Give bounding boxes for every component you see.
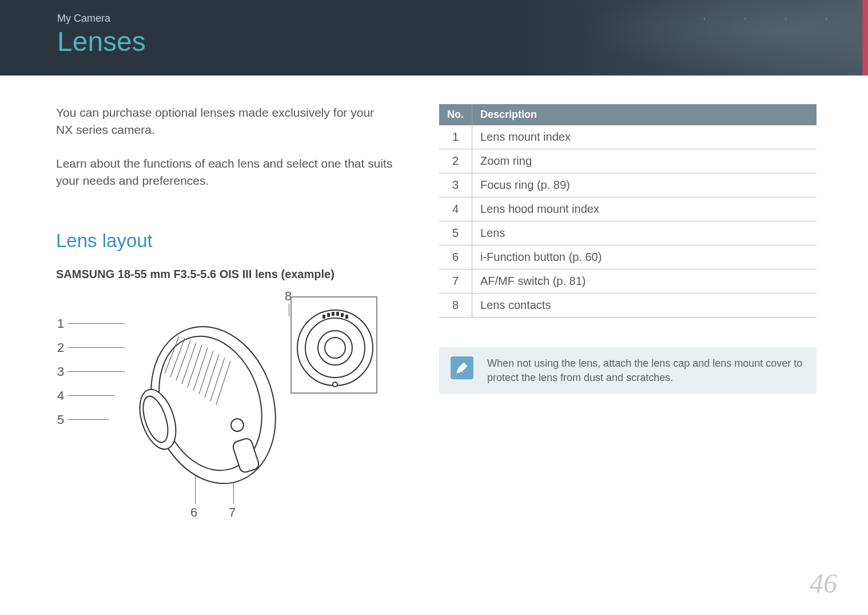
callout-1: 1: [57, 316, 64, 331]
header-band: · · · · My Camera Lenses: [0, 0, 868, 76]
row-no: 6: [439, 245, 472, 269]
pencil-icon: [451, 356, 473, 379]
table-header-desc: Description: [472, 104, 817, 125]
row-desc: i-Function button (p. 60): [472, 245, 817, 269]
row-desc: Lens: [472, 221, 817, 245]
callout-5: 5: [57, 412, 64, 427]
row-desc: AF/MF switch (p. 81): [472, 269, 817, 293]
svg-point-15: [231, 419, 244, 431]
table-row: 3Focus ring (p. 89): [439, 173, 817, 197]
row-no: 4: [439, 197, 472, 221]
callout-line: [289, 304, 289, 316]
row-desc: Lens contacts: [472, 293, 817, 318]
table-row: 4Lens hood mount index: [439, 197, 817, 221]
svg-point-19: [325, 338, 345, 358]
example-label: SAMSUNG 18-55 mm F3.5-5.6 OIS III lens (…: [56, 268, 393, 281]
svg-rect-23: [336, 312, 339, 316]
callout-3: 3: [57, 364, 64, 379]
callout-4: 4: [57, 388, 64, 403]
table-row: 5Lens: [439, 221, 817, 245]
left-column: You can purchase optional lenses made ex…: [56, 104, 393, 522]
section-heading: Lens layout: [56, 230, 393, 252]
row-no: 5: [439, 221, 472, 245]
table-row: 2Zoom ring: [439, 149, 817, 173]
lens-side-illustration: [125, 305, 279, 488]
row-no: 2: [439, 149, 472, 173]
row-no: 8: [439, 293, 472, 318]
table-header-no: No.: [439, 104, 472, 125]
callout-line: [67, 371, 125, 372]
callout-7: 7: [229, 505, 236, 520]
row-desc: Zoom ring: [472, 149, 817, 173]
note-box: When not using the lens, attach the lens…: [439, 347, 817, 394]
callout-6: 6: [190, 505, 197, 520]
callout-line: [67, 347, 125, 348]
table-row: 6i-Function button (p. 60): [439, 245, 817, 269]
svg-rect-22: [332, 312, 335, 316]
row-no: 1: [439, 125, 472, 149]
svg-rect-21: [327, 313, 330, 317]
table-row: 8Lens contacts: [439, 293, 817, 318]
svg-rect-20: [322, 315, 325, 319]
intro-paragraph-1: You can purchase optional lenses made ex…: [56, 104, 393, 139]
svg-point-26: [333, 382, 337, 387]
header-dots-decoration: · · · ·: [703, 11, 845, 25]
intro-paragraph-2: Learn about the functions of each lens a…: [56, 155, 393, 190]
table-row: 1Lens mount index: [439, 125, 817, 149]
callout-2: 2: [57, 340, 64, 355]
callout-line: [67, 323, 125, 324]
parts-table: No. Description 1Lens mount index 2Zoom …: [439, 104, 817, 318]
note-text: When not using the lens, attach the lens…: [487, 356, 805, 385]
page-number: 46: [810, 568, 837, 599]
header-accent-stripe: [862, 0, 868, 76]
svg-rect-24: [341, 313, 344, 317]
row-no: 7: [439, 269, 472, 293]
row-desc: Lens hood mount index: [472, 197, 817, 221]
lens-diagram: 1 2 3 4 5 6 7 8: [56, 293, 353, 522]
lens-rear-illustration: [290, 296, 377, 394]
row-desc: Lens mount index: [472, 125, 817, 149]
callout-line: [67, 395, 114, 396]
callout-line: [67, 419, 109, 420]
svg-rect-25: [345, 315, 348, 319]
content-area: You can purchase optional lenses made ex…: [0, 76, 868, 522]
row-desc: Focus ring (p. 89): [472, 173, 817, 197]
right-column: No. Description 1Lens mount index 2Zoom …: [439, 104, 817, 522]
row-no: 3: [439, 173, 472, 197]
table-row: 7AF/MF switch (p. 81): [439, 269, 817, 293]
